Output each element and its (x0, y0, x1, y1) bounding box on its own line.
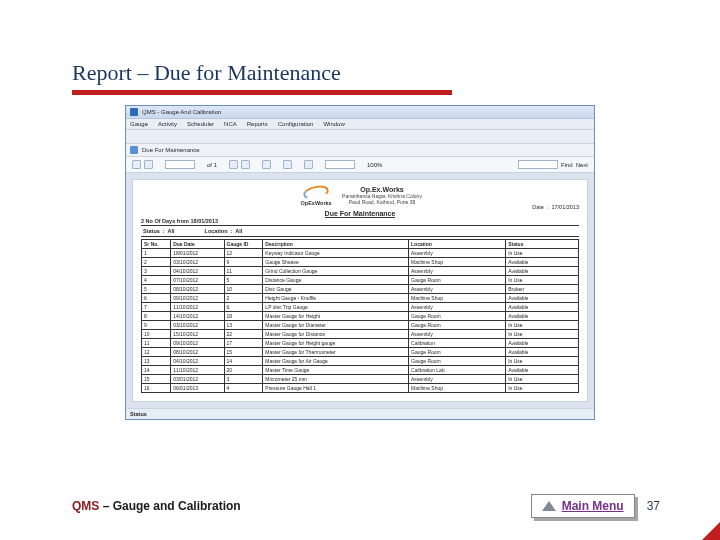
menu-configuration[interactable]: Configuration (278, 121, 314, 127)
criteria-bar: Status : All Location : All (141, 225, 579, 237)
titlebar: QMS - Gauge And Calibration (126, 106, 594, 119)
table-header-row: Sr No. Due Date Gauge ID Description Loc… (142, 240, 579, 249)
print-button[interactable] (283, 160, 292, 169)
find-label[interactable]: Find (561, 162, 573, 168)
cell-id: 9 (224, 258, 263, 267)
cell-sr: 6 (142, 294, 171, 303)
export-button[interactable] (304, 160, 313, 169)
cell-loc: Calibration (409, 339, 506, 348)
report-page: OpExWorks Op.Ex.Works Paramhansa Nagar, … (132, 179, 588, 402)
slide-footer: QMS – Gauge and Calibration Main Menu 37 (72, 494, 660, 518)
slide-title: Report – Due for Maintenance (72, 60, 648, 86)
title-underline (72, 90, 452, 95)
cell-stat: Available (506, 312, 579, 321)
cell-loc: Gauge Room (409, 348, 506, 357)
brand-logo: OpExWorks (298, 186, 334, 206)
statusbar: Status (126, 408, 594, 419)
cell-loc: Gauge Room (409, 357, 506, 366)
menu-nca[interactable]: NCA (224, 121, 237, 127)
menu-activity[interactable]: Activity (158, 121, 177, 127)
table-row: 609/10/20122Height Gauge - KnuffleMachin… (142, 294, 579, 303)
cell-date: 14/10/2012 (171, 312, 224, 321)
cell-id: 4 (224, 384, 263, 393)
first-page-button[interactable] (132, 160, 141, 169)
menu-reports[interactable]: Reports (247, 121, 268, 127)
app-window: QMS - Gauge And Calibration Gauge Activi… (125, 105, 595, 420)
location-criteria: Location : All (205, 228, 243, 234)
cell-loc: Gauge Room (409, 312, 506, 321)
cell-sr: 10 (142, 330, 171, 339)
cell-date: 08/10/2012 (171, 285, 224, 294)
next-label[interactable]: Next (576, 162, 588, 168)
nav-buttons-2 (229, 160, 250, 169)
cell-loc: Machine Shop (409, 384, 506, 393)
cell-sr: 12 (142, 348, 171, 357)
menu-window[interactable]: Window (323, 121, 344, 127)
cell-sr: 3 (142, 267, 171, 276)
main-menu-label: Main Menu (562, 499, 624, 513)
toolbar (126, 130, 594, 144)
swoosh-icon (302, 183, 330, 201)
th-description: Description (263, 240, 409, 249)
cell-stat: Available (506, 267, 579, 276)
cell-loc: Assembly (409, 249, 506, 258)
cell-id: 13 (224, 321, 263, 330)
cell-desc: Master Gauge for Diameter (263, 321, 409, 330)
refresh-button[interactable] (262, 160, 271, 169)
th-location: Location (409, 240, 506, 249)
cell-desc: Grind Collection Gauge (263, 267, 409, 276)
date-value: 17/01/2013 (551, 204, 579, 210)
cell-date: 11/10/2012 (171, 366, 224, 375)
cell-sr: 14 (142, 366, 171, 375)
table-row: 1606/01/20134Pressure Gauge Hall 1Machin… (142, 384, 579, 393)
find-input[interactable] (518, 160, 558, 169)
prev-page-button[interactable] (144, 160, 153, 169)
cell-id: 5 (224, 276, 263, 285)
next-page-button[interactable] (229, 160, 238, 169)
cell-sr: 16 (142, 384, 171, 393)
cell-loc: Machine Shop (409, 258, 506, 267)
cell-desc: Keyway Indicator Gauge (263, 249, 409, 258)
cell-stat: In Use (506, 357, 579, 366)
svg-marker-0 (542, 501, 556, 511)
menu-scheduler[interactable]: Scheduler (187, 121, 214, 127)
cell-loc: Gauge Room (409, 321, 506, 330)
page-input[interactable] (165, 160, 195, 169)
cell-desc: Disc Gauge (263, 285, 409, 294)
cell-stat: In Use (506, 321, 579, 330)
cell-id: 14 (224, 357, 263, 366)
report-heading: Due For Maintenance (325, 210, 396, 218)
document-tab[interactable]: Due For Maintenance (126, 144, 594, 157)
cell-desc: Height Gauge - Knuffle (263, 294, 409, 303)
last-page-button[interactable] (241, 160, 250, 169)
cell-stat: In Use (506, 375, 579, 384)
cell-date: 11/10/2012 (171, 303, 224, 312)
page-of-label: of 1 (207, 162, 217, 168)
cell-stat: Available (506, 294, 579, 303)
cell-sr: 13 (142, 357, 171, 366)
cell-loc: Assembly (409, 303, 506, 312)
th-status: Status (506, 240, 579, 249)
cell-date: 04/10/2012 (171, 357, 224, 366)
main-menu-button[interactable]: Main Menu (531, 494, 635, 518)
cell-stat: Available (506, 348, 579, 357)
table-row: 711/10/20126LP disc Trip GaugeAssemblyAv… (142, 303, 579, 312)
page-number: 37 (647, 499, 660, 513)
cell-desc: Master Gauge for Distance (263, 330, 409, 339)
cell-sr: 8 (142, 312, 171, 321)
footer-text: – Gauge and Calibration (99, 499, 240, 513)
cell-desc: LP disc Trip Gauge (263, 303, 409, 312)
cell-loc: Calibration Lab (409, 366, 506, 375)
cell-desc: Master Gauge for Height (263, 312, 409, 321)
menu-gauge[interactable]: Gauge (130, 121, 148, 127)
th-srno: Sr No. (142, 240, 171, 249)
table-row: 1109/10/201217Master Gauge for Height ga… (142, 339, 579, 348)
zoom-value: 100% (367, 162, 382, 168)
cell-date: 04/10/2012 (171, 267, 224, 276)
cell-sr: 15 (142, 375, 171, 384)
cell-stat: Available (506, 258, 579, 267)
cell-stat: In Use (506, 276, 579, 285)
cell-date: 09/10/2012 (171, 339, 224, 348)
zoom-select[interactable] (325, 160, 355, 169)
company-name: Op.Ex.Works (342, 186, 422, 193)
